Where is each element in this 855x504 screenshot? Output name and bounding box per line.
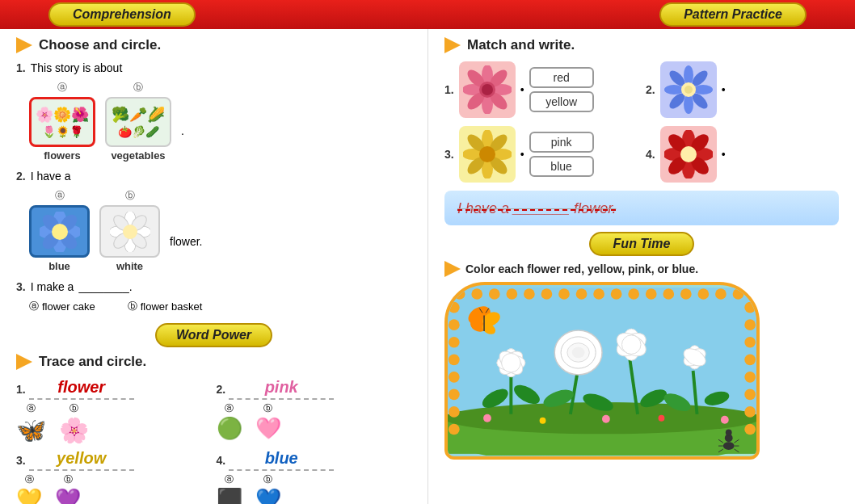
svg-point-72 xyxy=(572,347,585,359)
q1-option-a-image[interactable]: 🌸🌼🌺 🌷🌻🌹 xyxy=(29,97,95,147)
q3-choices: ⓐ flower cake ⓑ flower basket xyxy=(29,300,411,313)
svg-point-8 xyxy=(52,224,68,240)
q3-option-b[interactable]: ⓑ flower basket xyxy=(128,300,203,313)
trace-4-opt-a[interactable]: ⓐ ⬛ xyxy=(217,473,242,504)
trace-1-opt-b[interactable]: ⓑ 🌸 xyxy=(59,402,89,444)
svg-point-139 xyxy=(744,389,756,401)
trace-3-opt-a[interactable]: ⓐ 💛 xyxy=(16,473,42,504)
color-instruction: Color each flower red, yellow, pink, or … xyxy=(444,261,839,277)
q2-option-b[interactable]: ⓑ white xyxy=(99,189,160,272)
right-panel: Match and write. 1. xyxy=(428,29,855,504)
fun-time-button[interactable]: Fun Time xyxy=(589,232,695,256)
trace-2-opt-b[interactable]: ⓑ 🩷 xyxy=(255,402,281,441)
q2-suffix: flower. xyxy=(170,235,202,272)
trace-2-opt-b-label: ⓑ xyxy=(263,402,272,414)
q1-option-b-label: ⓑ xyxy=(133,81,143,94)
coloring-image[interactable] xyxy=(444,282,760,460)
match-word-red[interactable]: red xyxy=(529,67,594,88)
svg-point-68 xyxy=(502,353,521,372)
match-3-dot: • xyxy=(520,148,524,161)
match-2-number: 2. xyxy=(646,83,655,96)
play-icon xyxy=(16,37,32,53)
q2-number: 2. xyxy=(16,170,26,183)
comprehension-title: Choose and circle. xyxy=(39,37,161,53)
q3-option-a-label: ⓐ xyxy=(29,300,39,313)
match-3-flower-svg xyxy=(463,130,512,178)
blue-flower-svg xyxy=(40,212,80,252)
question-1-row: 1. This story is about xyxy=(16,61,411,74)
trace-4-opt-b[interactable]: ⓑ 💙 xyxy=(255,473,281,504)
q1-option-b-name: vegetables xyxy=(111,149,165,162)
q1-option-b[interactable]: ⓑ 🥦🥕🌽 🍅🥬🥒 vegetables xyxy=(105,81,171,162)
svg-point-136 xyxy=(744,337,756,348)
trace-4-word: blue xyxy=(229,449,334,471)
q1-number: 1. xyxy=(16,61,26,74)
question-3-row: 3. I make a ________. xyxy=(16,280,411,293)
svg-point-92 xyxy=(721,416,729,424)
sentence-area[interactable]: I have a _______ flower. xyxy=(444,191,839,225)
trace-grid: 1. flower ⓐ 🦋 ⓑ 🌸 xyxy=(16,378,411,504)
match-item-1: 1. • xyxy=(444,61,638,118)
word-power-button[interactable]: Word Power xyxy=(155,323,272,347)
sentence-text: I have a _______ flower. xyxy=(457,200,616,216)
q2-option-a-image[interactable] xyxy=(29,205,90,258)
color-instruction-text: Color each flower red, yellow, pink, or … xyxy=(465,262,698,275)
svg-point-123 xyxy=(698,288,710,300)
word-power-container: Word Power xyxy=(16,323,411,347)
q2-option-b-label: ⓑ xyxy=(125,189,135,203)
trace-1-opt-a[interactable]: ⓐ 🦋 xyxy=(16,402,46,444)
svg-point-128 xyxy=(449,337,460,348)
match-word-yellow[interactable]: yellow xyxy=(529,91,594,112)
svg-point-131 xyxy=(449,389,460,401)
trace-title: Trace and circle. xyxy=(39,354,146,370)
q1-option-a-label: ⓐ xyxy=(57,81,67,94)
trace-3-opt-a-label: ⓐ xyxy=(25,473,34,485)
match-4-dot: • xyxy=(722,148,726,161)
match-1-words: red yellow xyxy=(529,67,594,112)
trace-2-word: pink xyxy=(229,378,334,400)
trace-4-opt-a-icon: ⬛ xyxy=(217,487,242,504)
q3-option-a-name: flower cake xyxy=(42,300,95,313)
svg-point-130 xyxy=(449,372,460,383)
trace-1-word: flower xyxy=(29,378,134,400)
q2-option-b-color: white xyxy=(116,260,143,272)
q2-option-a[interactable]: ⓐ blue xyxy=(29,189,90,272)
comprehension-button[interactable]: Comprehension xyxy=(48,2,196,27)
trace-2-options: ⓐ 🟢 ⓑ 🩷 xyxy=(217,402,281,441)
q3-option-a[interactable]: ⓐ flower cake xyxy=(29,300,95,313)
trace-4-options: ⓐ ⬛ ⓑ 💙 xyxy=(217,473,281,504)
match-word-blue[interactable]: blue xyxy=(529,156,594,177)
match-4-number: 4. xyxy=(646,148,655,161)
match-1-number: 1. xyxy=(444,83,454,96)
trace-3-opt-b[interactable]: ⓑ 💜 xyxy=(55,473,81,504)
trace-3-opt-a-icon: 💛 xyxy=(16,487,42,504)
q1-option-b-image[interactable]: 🥦🥕🌽 🍅🥬🥒 xyxy=(105,97,171,147)
trace-2-word-text: pink xyxy=(265,378,298,396)
q1-option-a[interactable]: ⓐ 🌸🌼🌺 🌷🌻🌹 flowers xyxy=(29,81,95,162)
trace-3-opt-b-label: ⓑ xyxy=(64,473,73,485)
svg-point-30 xyxy=(664,85,684,94)
veggies-row2: 🍅🥬🥒 xyxy=(118,125,159,138)
match-grid: 1. • xyxy=(444,61,839,183)
garden-svg xyxy=(448,286,756,456)
trace-2-opt-a[interactable]: ⓐ 🟢 xyxy=(217,402,242,441)
svg-point-111 xyxy=(489,288,500,300)
trace-item-4: 4. blue ⓐ ⬛ ⓑ 💙 xyxy=(217,449,412,504)
match-3-number: 3. xyxy=(444,148,454,161)
main-content: Choose and circle. 1. This story is abou… xyxy=(0,29,855,504)
svg-point-116 xyxy=(576,288,588,300)
match-1-dot: • xyxy=(520,83,524,96)
pattern-practice-button[interactable]: Pattern Practice xyxy=(659,2,807,27)
q3-blank: ________. xyxy=(78,280,132,293)
match-word-pink[interactable]: pink xyxy=(529,132,594,153)
question-2-row: 2. I have a xyxy=(16,170,411,183)
q2-option-b-image[interactable] xyxy=(99,205,160,258)
svg-point-117 xyxy=(593,288,604,300)
trace-4-number: 4. xyxy=(217,454,226,467)
trace-4-opt-b-icon: 💙 xyxy=(255,487,281,504)
match-3-flower xyxy=(459,126,516,183)
flowers-emoji: 🌸🌼🌺 xyxy=(36,106,89,124)
trace-2-opt-b-icon: 🩷 xyxy=(255,416,281,441)
match-item-3: 3. • pink xyxy=(444,126,638,183)
q3-option-b-label: ⓑ xyxy=(128,300,137,313)
